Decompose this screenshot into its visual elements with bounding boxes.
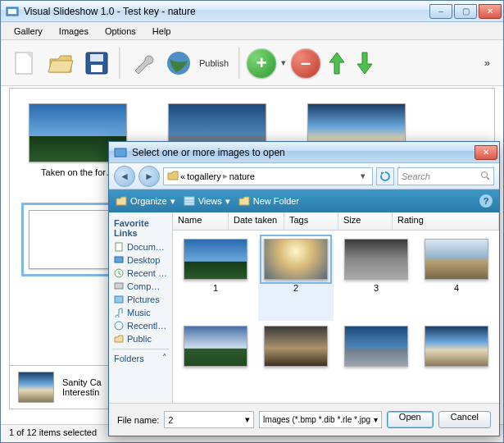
- chevron-up-icon: ˄: [162, 353, 167, 363]
- svg-rect-21: [115, 296, 123, 303]
- move-up-button[interactable]: [325, 48, 348, 78]
- menu-gallery[interactable]: Gallery: [7, 25, 49, 38]
- file-2[interactable]: 2: [258, 239, 334, 321]
- breadcrumb[interactable]: « togallery ▸ nature ▾: [163, 167, 373, 185]
- file-1[interactable]: 1: [178, 239, 253, 321]
- svg-marker-11: [381, 172, 384, 176]
- menu-help[interactable]: Help: [146, 25, 178, 38]
- detail-title: Sanity Ca: [62, 377, 102, 387]
- chevron-down-icon: ▾: [170, 196, 175, 207]
- minimize-button[interactable]: –: [429, 4, 452, 19]
- filename-input[interactable]: 2 ▾: [164, 411, 253, 428]
- crumb-sep-icon: ▸: [223, 171, 228, 181]
- svg-line-13: [487, 177, 489, 180]
- fav-recent[interactable]: Recent …: [112, 267, 169, 280]
- cancel-button[interactable]: Cancel: [438, 411, 491, 428]
- open-folder-icon[interactable]: [45, 48, 76, 79]
- new-icon[interactable]: [9, 48, 40, 79]
- svg-rect-6: [91, 65, 102, 72]
- save-icon[interactable]: [81, 48, 112, 79]
- file-5[interactable]: [178, 326, 253, 395]
- move-down-button[interactable]: [353, 48, 376, 78]
- sidebar: Favorite Links Docum… Desktop Recent … C…: [109, 212, 173, 403]
- folders-toggle[interactable]: Folders ˄: [112, 349, 169, 367]
- dialog-title: Select one or more images to open: [132, 147, 474, 158]
- col-rating[interactable]: Rating: [393, 212, 499, 230]
- svg-rect-10: [115, 148, 126, 157]
- settings-wrench-icon[interactable]: [127, 48, 158, 79]
- refresh-button[interactable]: [376, 167, 394, 185]
- app-icon: [6, 5, 19, 18]
- new-folder-button[interactable]: New Folder: [238, 196, 299, 206]
- chevron-down-icon: ▾: [225, 196, 230, 207]
- search-placeholder: Search: [402, 171, 430, 181]
- dialog-titlebar: Select one or more images to open ✕: [109, 142, 499, 163]
- col-tags[interactable]: Tags: [284, 212, 338, 230]
- main-titlebar: Visual Slideshow 1.0 - Test key - nature…: [1, 1, 503, 22]
- close-button[interactable]: ✕: [479, 4, 502, 19]
- crumb-dropdown-icon[interactable]: ▾: [357, 171, 369, 181]
- main-title: Visual Slideshow 1.0 - Test key - nature: [24, 6, 429, 17]
- dialog-nav-row: ◄ ► « togallery ▸ nature ▾ Search: [109, 163, 499, 190]
- file-3[interactable]: 3: [338, 239, 414, 321]
- toolbar-separator: [119, 48, 120, 79]
- publish-globe-icon[interactable]: [163, 48, 194, 79]
- file-7[interactable]: [338, 326, 414, 395]
- search-input[interactable]: Search: [397, 167, 494, 185]
- column-headers: Name Date taken Tags Size Rating: [173, 212, 499, 231]
- svg-rect-17: [116, 243, 122, 251]
- dialog-bottom: File name: 2 ▾ Images (*.bmp *.dib *.rle…: [109, 403, 499, 436]
- publish-label: Publish: [199, 58, 229, 68]
- svg-rect-20: [115, 283, 123, 289]
- remove-button[interactable]: –: [291, 48, 320, 78]
- views-button[interactable]: Views▾: [184, 196, 230, 207]
- thumb-1-caption: Taken on the for…: [41, 167, 115, 177]
- add-dropdown-icon[interactable]: ▾: [281, 57, 286, 68]
- svg-rect-1: [8, 9, 16, 14]
- file-6[interactable]: [258, 326, 334, 395]
- filetype-filter[interactable]: Images (*.bmp *.dib *.rle *.jpg ▾: [259, 411, 382, 428]
- file-8[interactable]: [419, 326, 494, 395]
- toolbar-overflow-icon[interactable]: »: [479, 57, 495, 69]
- col-name[interactable]: Name: [173, 212, 229, 230]
- dialog-icon: [114, 146, 127, 159]
- fav-music[interactable]: Music: [112, 306, 169, 319]
- file-4[interactable]: 4: [419, 239, 494, 321]
- fav-pictures[interactable]: Pictures: [112, 293, 169, 306]
- menu-options[interactable]: Options: [98, 25, 143, 38]
- toolbar-separator-2: [238, 48, 240, 79]
- menu-bar: Gallery Images Options Help: [1, 22, 503, 40]
- menu-images[interactable]: Images: [52, 25, 95, 38]
- crumb-togallery[interactable]: togallery: [187, 171, 221, 181]
- crumb-nature[interactable]: nature: [229, 171, 255, 181]
- add-button[interactable]: +: [247, 48, 276, 78]
- open-button[interactable]: Open: [387, 411, 434, 428]
- col-size[interactable]: Size: [338, 212, 393, 230]
- search-icon: [480, 171, 490, 182]
- fav-recently-changed[interactable]: Recentl…: [112, 319, 169, 332]
- toolbar: Publish + ▾ – »: [1, 40, 503, 86]
- help-button[interactable]: ?: [479, 194, 493, 208]
- fav-documents[interactable]: Docum…: [112, 240, 169, 253]
- dialog-close-button[interactable]: ✕: [474, 145, 497, 160]
- chevron-down-icon[interactable]: ▾: [374, 415, 378, 424]
- fav-desktop[interactable]: Desktop: [112, 253, 169, 267]
- status-text: 1 of 12 items selected: [9, 427, 97, 437]
- back-button[interactable]: ◄: [114, 166, 135, 187]
- open-dialog: Select one or more images to open ✕ ◄ ► …: [108, 141, 500, 436]
- organize-button[interactable]: Organize▾: [116, 196, 175, 207]
- fav-computer[interactable]: Comp…: [112, 280, 169, 293]
- folder-icon: [167, 171, 179, 182]
- filename-label: File name:: [117, 415, 159, 425]
- chevron-down-icon[interactable]: ▾: [245, 414, 250, 425]
- svg-rect-18: [115, 257, 123, 263]
- forward-button[interactable]: ►: [138, 166, 160, 187]
- svg-marker-9: [357, 53, 372, 74]
- maximize-button[interactable]: ▢: [454, 4, 477, 19]
- fav-public[interactable]: Public: [112, 332, 169, 345]
- svg-rect-14: [184, 197, 194, 205]
- col-date[interactable]: Date taken: [229, 212, 284, 230]
- detail-subtitle: Interestin: [62, 387, 102, 397]
- file-grid: 1 2 3 4: [173, 231, 499, 403]
- svg-point-22: [115, 322, 123, 330]
